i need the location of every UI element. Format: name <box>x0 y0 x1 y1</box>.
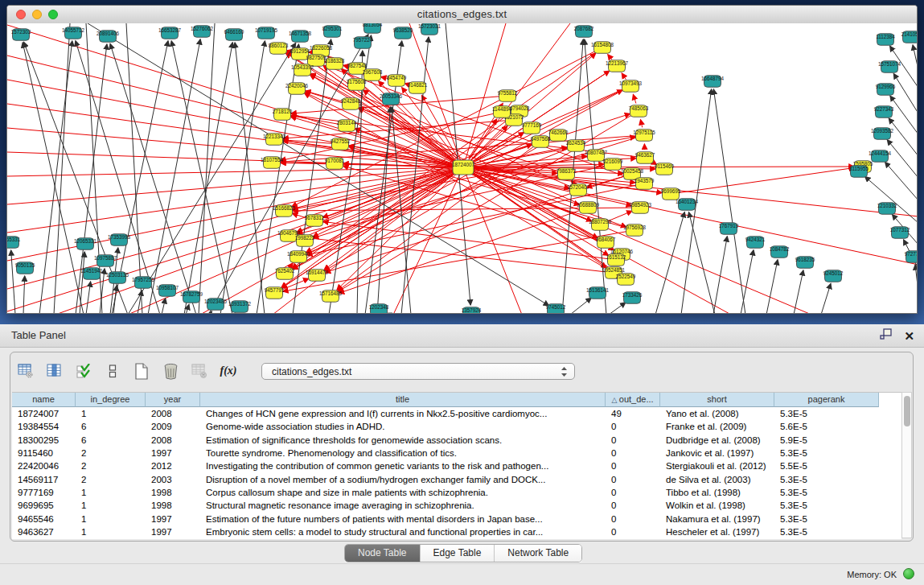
graph-node[interactable]: 1998222 <box>295 235 315 247</box>
graph-node[interactable]: 1733426 <box>622 292 643 304</box>
graph-node[interactable]: 1572303 <box>11 29 31 41</box>
float-panel-icon[interactable] <box>880 328 893 344</box>
graph-node[interactable]: 7986372 <box>556 168 577 180</box>
graph-node[interactable]: 17353993 <box>108 234 131 246</box>
graph-node[interactable]: 12093582 <box>871 128 894 140</box>
graph-node[interactable]: 16648794 <box>701 76 725 88</box>
graph-node[interactable]: 9463627 <box>635 152 655 164</box>
graph-node[interactable]: 9457791 <box>265 287 285 299</box>
graph-node[interactable]: 9170081 <box>325 158 345 170</box>
table-row[interactable]: 2242004622012Investigating the contribut… <box>12 459 901 472</box>
graph-node[interactable]: 8295301 <box>322 26 343 38</box>
merge-rows-icon[interactable] <box>104 362 121 380</box>
memory-status-indicator[interactable] <box>903 568 914 579</box>
graph-node[interactable]: 12213343 <box>263 134 286 146</box>
graph-node[interactable]: 1202348 <box>369 304 389 313</box>
graph-node[interactable]: 16401234 <box>676 199 699 211</box>
tab-node-table[interactable]: Node Table <box>345 545 421 562</box>
tab-network-table[interactable]: Network Table <box>495 545 581 562</box>
graph-node[interactable]: 18807299 <box>589 219 612 231</box>
graph-node[interactable]: 15166825 <box>273 205 296 217</box>
graph-node[interactable]: 13931372 <box>228 301 252 313</box>
graph-node[interactable]: 15276062 <box>191 26 214 38</box>
graph-node[interactable]: 1112384 <box>876 34 895 46</box>
graph-node[interactable]: 14055712 <box>62 27 85 39</box>
graph-node[interactable]: 9638520 <box>393 27 413 39</box>
graph-node[interactable]: 15720407 <box>567 184 590 196</box>
table-settings-icon[interactable] <box>17 362 35 380</box>
graph-node[interactable]: 1615132 <box>606 254 626 266</box>
graph-node[interactable]: 15751074 <box>878 61 901 73</box>
graph-node[interactable]: 10975887 <box>94 255 117 267</box>
column-header-pagerank[interactable]: pagerank <box>774 393 879 407</box>
graph-node[interactable]: 6466160 <box>224 29 244 41</box>
graph-node[interactable]: 6497568 <box>531 136 551 148</box>
graph-node[interactable]: 9424321 <box>745 237 766 249</box>
graph-node[interactable]: 8115955 <box>849 166 869 178</box>
graph-node[interactable]: 10543392 <box>291 64 314 76</box>
table-scrollbar-thumb[interactable] <box>904 396 910 426</box>
graph-node[interactable]: 9745012 <box>546 304 566 313</box>
select-all-icon[interactable] <box>75 362 92 380</box>
graph-node[interactable]: 10958107 <box>156 285 179 297</box>
network-window-titlebar[interactable]: citations_edges.txt <box>7 6 917 24</box>
graph-node[interactable]: 1767919 <box>719 223 739 235</box>
graph-node[interactable]: 9684067 <box>596 237 616 249</box>
table-row[interactable]: 1830029562008Estimation of significance … <box>12 434 901 447</box>
graph-node[interactable]: 1144894 <box>492 106 512 118</box>
table-row[interactable]: 1456911722003Disruption of a novel membe… <box>12 472 901 485</box>
graph-node[interactable]: 9227343 <box>874 106 894 118</box>
network-graph[interactable]: 1872400788601238912954182260589827509105… <box>7 23 917 313</box>
graph-node[interactable]: 9427552 <box>331 138 351 150</box>
graph-node[interactable]: 16653287 <box>158 27 182 39</box>
graph-node[interactable]: 14671358 <box>289 31 312 43</box>
graph-node[interactable]: 16782759 <box>180 291 203 303</box>
graph-node[interactable]: 9050135 <box>15 262 35 274</box>
graph-node[interactable]: 12503135 <box>106 272 129 284</box>
table-selector-dropdown[interactable]: citations_edges.txt <box>261 363 575 380</box>
graph-node[interactable]: 12065331 <box>74 238 97 250</box>
graph-node[interactable]: 2065331 <box>7 237 21 249</box>
graph-node[interactable]: 9245012 <box>823 270 844 282</box>
table-row[interactable]: 946554611997Estimation of the future num… <box>12 512 901 525</box>
graph-node[interactable]: 8186328 <box>325 58 345 70</box>
graph-node[interactable]: 7625402 <box>275 268 295 280</box>
function-builder-icon[interactable]: f(x) <box>220 362 237 380</box>
graph-node[interactable]: 20891406 <box>97 31 120 43</box>
graph-node[interactable]: 12023485 <box>204 299 228 311</box>
graph-node[interactable]: 17957255 <box>132 277 155 289</box>
graph-node[interactable]: 1943579 <box>634 178 655 190</box>
graph-node[interactable]: 9129966 <box>876 84 896 96</box>
graph-node[interactable]: 7485063 <box>629 105 649 117</box>
graph-node[interactable]: 8813054 <box>363 23 383 33</box>
table-row[interactable]: 1872400712008Changes of HCN gene express… <box>12 407 901 420</box>
graph-node[interactable]: 1077312 <box>890 227 910 239</box>
import-table-icon[interactable] <box>191 362 208 380</box>
graph-node[interactable]: 2522549 <box>616 274 636 286</box>
table-row[interactable]: 946362711997Embryonic stem cells: a mode… <box>12 525 901 538</box>
select-column-icon[interactable] <box>46 362 64 380</box>
graph-node[interactable]: 10719195 <box>255 27 278 39</box>
graph-node[interactable]: 5678312 <box>305 215 325 227</box>
graph-node[interactable]: 9755812 <box>498 90 518 102</box>
graph-node[interactable]: 10688809 <box>577 202 600 214</box>
new-table-icon[interactable] <box>133 362 150 380</box>
column-header-out_de[interactable]: △ out_de... <box>606 393 660 407</box>
table-row[interactable]: 1938455462009Genome-wide association stu… <box>12 420 901 433</box>
graph-node[interactable]: 1084782 <box>770 246 790 258</box>
graph-node[interactable]: 9115460 <box>655 163 675 175</box>
graph-node[interactable]: 12444154 <box>869 150 892 163</box>
graph-node[interactable]: 1210332 <box>877 203 897 215</box>
graph-node[interactable]: 15716485 <box>319 290 343 303</box>
column-header-year[interactable]: year <box>146 393 200 407</box>
graph-node[interactable]: 9146821 <box>408 82 428 94</box>
graph-node[interactable]: 16914479 <box>306 270 329 282</box>
table-row[interactable]: 969969511998Structural magnetic resonanc… <box>12 499 901 512</box>
close-panel-icon[interactable]: ✕ <box>904 330 914 343</box>
graph-node[interactable]: 8454749 <box>387 75 407 87</box>
column-header-name[interactable]: name <box>12 393 76 407</box>
graph-node[interactable]: 11451941 <box>80 268 103 280</box>
graph-node[interactable]: 2803144 <box>337 120 357 132</box>
graph-node[interactable]: 18409940 <box>287 251 310 263</box>
graph-node[interactable]: 8860123 <box>269 43 289 55</box>
